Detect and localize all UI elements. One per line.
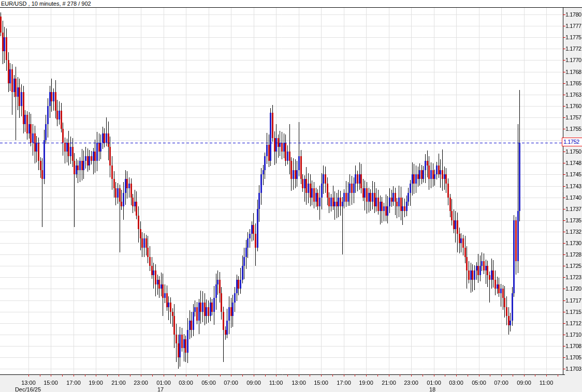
- price-axis-label: 1.1763: [565, 92, 582, 98]
- date-label: Dec/16/25: [15, 386, 41, 392]
- price-axis-label: 1.1732: [565, 229, 582, 235]
- price-axis-label: 1.1748: [565, 160, 582, 166]
- time-axis-label: 13:00: [292, 380, 306, 386]
- time-axis-label: 09:00: [246, 380, 261, 386]
- price-axis-label: 1.1737: [565, 206, 582, 212]
- price-axis-label: 1.1777: [565, 23, 582, 29]
- time-axis-label: 01:00: [156, 380, 171, 386]
- date-label: 18: [429, 386, 435, 392]
- time-axis-label: 01:00: [427, 380, 441, 386]
- price-axis-label: 1.1755: [565, 126, 582, 132]
- time-axis-label: 05:00: [472, 380, 486, 386]
- price-axis-label: 1.1710: [565, 331, 582, 338]
- time-axis-label: 07:00: [494, 380, 508, 386]
- time-axis-label: 03:00: [179, 380, 193, 386]
- title-bar: EUR/USD , 10 minutes, # 278 / 902: [0, 0, 582, 7]
- time-axis-label: 05:00: [201, 380, 216, 386]
- price-axis-label: 1.1730: [565, 240, 582, 246]
- time-axis-label: 19:00: [359, 380, 373, 386]
- price-axis-label: 1.1708: [565, 343, 582, 349]
- time-axis-label: 11:00: [540, 380, 554, 386]
- time-axis-label: 15:00: [314, 380, 328, 386]
- price-axis-label: 1.1757: [565, 114, 582, 120]
- time-axis-label: 15:00: [43, 380, 58, 386]
- price-axis-label: 1.1768: [565, 69, 582, 75]
- date-label: 17: [157, 386, 164, 392]
- time-axis-label: 03:00: [449, 380, 463, 386]
- price-axis-label: 1.1725: [565, 263, 582, 269]
- price-axis-label: 1.1723: [565, 274, 582, 280]
- price-axis-label: 1.1735: [565, 217, 582, 223]
- chart-title: EUR/USD , 10 minutes, # 278 / 902: [1, 1, 91, 7]
- price-axis-label: 1.1750: [565, 148, 582, 155]
- time-axis-label: 07:00: [224, 380, 238, 386]
- time-axis-label: 09:00: [517, 380, 531, 386]
- price-axis-label: 1.1715: [565, 309, 582, 315]
- price-axis-label: 1.1743: [565, 183, 582, 189]
- time-axis-label: 21:00: [111, 380, 126, 386]
- price-axis-label: 1.1770: [565, 57, 582, 63]
- price-axis-label: 1.1705: [565, 354, 582, 360]
- time-axis-label: 19:00: [89, 380, 103, 386]
- price-axis-label: 1.1703: [565, 366, 582, 372]
- forex-chart-app: { "title": "EUR/USD , 10 minutes, # 278 …: [0, 0, 582, 392]
- price-axis-label: 1.1765: [565, 80, 582, 86]
- price-axis-label: 1.1760: [565, 103, 582, 109]
- price-axis-label: 1.1728: [565, 251, 582, 258]
- price-axis-label: 1.1772: [565, 46, 582, 52]
- price-axis-label: 1.1720: [565, 285, 582, 292]
- time-axis-label: 23:00: [134, 380, 148, 386]
- price-axis-label: 1.1780: [565, 11, 582, 18]
- time-axis-label: 13:00: [21, 380, 36, 386]
- price-axis-label: 1.1740: [565, 194, 582, 201]
- current-price-box: 1.1752: [562, 138, 582, 146]
- price-axis-label: 1.1712: [565, 320, 582, 326]
- candlestick-chart-canvas[interactable]: [0, 0, 582, 392]
- time-axis-label: 23:00: [404, 380, 418, 386]
- time-axis-label: 11:00: [269, 380, 283, 386]
- time-axis-label: 17:00: [66, 380, 81, 386]
- price-axis-label: 1.1745: [565, 171, 582, 177]
- time-axis-label: 17:00: [337, 380, 351, 386]
- price-axis-label: 1.1717: [565, 297, 582, 304]
- time-axis-label: 21:00: [382, 380, 396, 386]
- price-axis-label: 1.1775: [565, 34, 582, 40]
- current-price-label: 1.1752: [563, 139, 579, 145]
